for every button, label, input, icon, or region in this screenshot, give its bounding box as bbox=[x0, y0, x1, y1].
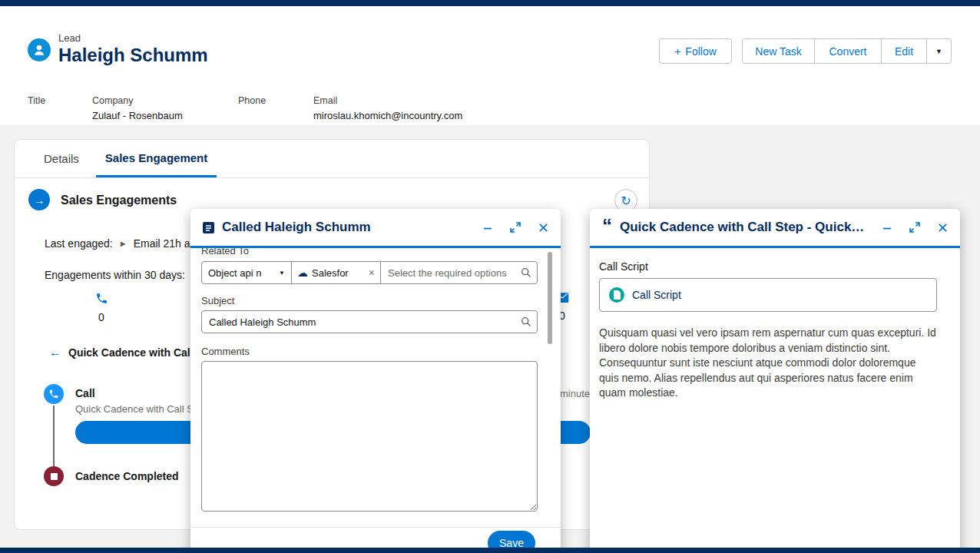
sales-engagements-icon: → bbox=[28, 189, 50, 210]
minimize-button[interactable] bbox=[482, 222, 493, 233]
plus-icon: + bbox=[674, 45, 680, 58]
field-company-value: Zulauf - Rosenbaum bbox=[92, 110, 183, 121]
remove-x-icon: × bbox=[369, 267, 375, 279]
field-company: Company Zulauf - Rosenbaum bbox=[92, 95, 183, 121]
step-cadence-name: Quick Cadence with Call Step bbox=[75, 403, 207, 415]
field-email-label: Email bbox=[313, 95, 462, 106]
search-icon bbox=[521, 316, 531, 327]
comments-textarea[interactable] bbox=[201, 361, 538, 512]
log-a-call-icon bbox=[203, 222, 214, 233]
close-icon bbox=[938, 223, 948, 233]
close-button[interactable] bbox=[538, 222, 548, 233]
step-connector-line bbox=[53, 406, 55, 466]
record-name: Haleigh Schumm bbox=[58, 45, 208, 66]
sales-engagements-title: Sales Engagements bbox=[61, 194, 177, 207]
call-script-modal-title: Quick Cadence with Call Step - Quick C..… bbox=[620, 220, 865, 235]
tab-details[interactable]: Details bbox=[35, 140, 88, 177]
call-script-text: Quisquam quasi vel vero ipsam rem aspern… bbox=[599, 326, 937, 401]
refresh-icon: ↻ bbox=[621, 194, 631, 208]
entity-type-label: Lead bbox=[58, 32, 81, 44]
field-title-value bbox=[28, 110, 45, 121]
log-call-form: Related To Object api n ▼ ☁ Salesfor × bbox=[190, 248, 561, 527]
call-script-body: Call Script Call Script Quisquam quasi v… bbox=[590, 260, 960, 401]
new-task-label: New Task bbox=[755, 45, 801, 58]
expand-icon bbox=[909, 222, 920, 233]
call-script-option: Call Script bbox=[632, 289, 681, 301]
document-icon bbox=[613, 290, 621, 300]
tab-sales-engagement[interactable]: Sales Engagement bbox=[96, 140, 217, 177]
edit-button[interactable]: Edit bbox=[881, 38, 927, 64]
close-button[interactable] bbox=[937, 222, 948, 233]
cadence-completed-icon bbox=[44, 466, 64, 486]
calls-count-column: 0 bbox=[80, 292, 123, 323]
field-phone: Phone bbox=[238, 95, 266, 121]
subject-input-wrap bbox=[201, 310, 538, 333]
expand-icon bbox=[510, 222, 521, 233]
log-call-modal: Called Haleigh Schumm Related To Object … bbox=[190, 209, 561, 553]
edit-label: Edit bbox=[895, 45, 913, 58]
expand-button[interactable] bbox=[510, 222, 521, 233]
record-lookup-input[interactable] bbox=[380, 261, 538, 284]
record-header: Lead Haleigh Schumm + Follow New Task Co… bbox=[0, 6, 980, 125]
person-icon bbox=[31, 42, 47, 58]
selected-object-pill[interactable]: ☁ Salesfor × bbox=[291, 261, 381, 284]
top-chrome-bar bbox=[0, 0, 980, 6]
subject-input[interactable] bbox=[201, 310, 538, 333]
minimize-button[interactable] bbox=[882, 222, 892, 233]
arrow-right-icon: → bbox=[34, 194, 45, 207]
modal-brand-line bbox=[590, 246, 960, 248]
send-triangle-icon: ► bbox=[119, 239, 127, 248]
stop-square-icon bbox=[51, 473, 58, 480]
call-script-selector[interactable]: Call Script bbox=[599, 278, 937, 312]
minimize-icon bbox=[482, 222, 493, 233]
quote-icon: “ bbox=[602, 222, 612, 233]
step-name: Call bbox=[75, 387, 95, 399]
last-engaged-row: Last engaged: ► Email 21h ago bbox=[45, 237, 202, 250]
app-screen: Lead Haleigh Schumm + Follow New Task Co… bbox=[0, 0, 980, 553]
related-to-lookup-row: Object api n ▼ ☁ Salesfor × bbox=[201, 261, 538, 284]
field-title-label: Title bbox=[28, 95, 45, 106]
modal-scrollbar-thumb[interactable] bbox=[548, 252, 552, 344]
back-arrow-icon[interactable]: ← bbox=[49, 346, 61, 359]
field-company-label: Company bbox=[92, 95, 183, 106]
convert-label: Convert bbox=[829, 45, 866, 58]
remove-pill-button[interactable]: × bbox=[369, 267, 375, 279]
minimize-icon bbox=[882, 222, 892, 233]
call-script-modal-header: “ Quick Cadence with Call Step - Quick C… bbox=[590, 209, 960, 246]
close-icon bbox=[538, 223, 548, 233]
object-selector-value: Object api n bbox=[208, 267, 275, 279]
subject-label: Subject bbox=[201, 295, 538, 306]
call-script-modal: “ Quick Cadence with Call Step - Quick C… bbox=[590, 209, 960, 553]
record-tabs: Details Sales Engagement bbox=[15, 140, 649, 178]
caret-down-icon: ▼ bbox=[279, 270, 285, 276]
search-icon bbox=[521, 267, 531, 278]
cadence-completed-label: Cadence Completed bbox=[75, 470, 179, 482]
new-task-button[interactable]: New Task bbox=[742, 38, 815, 64]
calls-count: 0 bbox=[80, 311, 123, 323]
convert-button[interactable]: Convert bbox=[814, 38, 882, 64]
lead-entity-icon bbox=[28, 38, 51, 61]
record-action-group: New Task Convert Edit ▼ bbox=[742, 38, 952, 64]
follow-label: Follow bbox=[685, 45, 716, 58]
caret-down-icon: ▼ bbox=[935, 48, 942, 55]
comments-label: Comments bbox=[201, 346, 538, 357]
engagement-window-label: Engagements within 30 days: bbox=[45, 269, 185, 281]
email-link[interactable]: miroslau.khomich@incountry.com bbox=[313, 110, 462, 121]
field-phone-value bbox=[238, 110, 266, 121]
expand-button[interactable] bbox=[909, 222, 920, 233]
phone-icon bbox=[95, 292, 108, 305]
script-icon bbox=[609, 287, 624, 303]
record-lookup-wrap bbox=[380, 261, 538, 284]
log-call-modal-header: Called Haleigh Schumm bbox=[190, 209, 561, 246]
field-title: Title bbox=[28, 95, 45, 121]
call-script-label: Call Script bbox=[599, 260, 937, 273]
related-to-label: Related To bbox=[201, 248, 538, 257]
phone-icon bbox=[48, 389, 59, 399]
bottom-chrome-bar bbox=[0, 548, 980, 553]
last-engaged-label: Last engaged: bbox=[45, 237, 113, 250]
call-step-icon bbox=[44, 384, 64, 404]
more-actions-button[interactable]: ▼ bbox=[926, 38, 952, 64]
log-call-modal-title: Called Haleigh Schumm bbox=[222, 220, 465, 235]
object-selector-combobox[interactable]: Object api n ▼ bbox=[201, 261, 292, 284]
follow-button[interactable]: + Follow bbox=[659, 38, 732, 64]
